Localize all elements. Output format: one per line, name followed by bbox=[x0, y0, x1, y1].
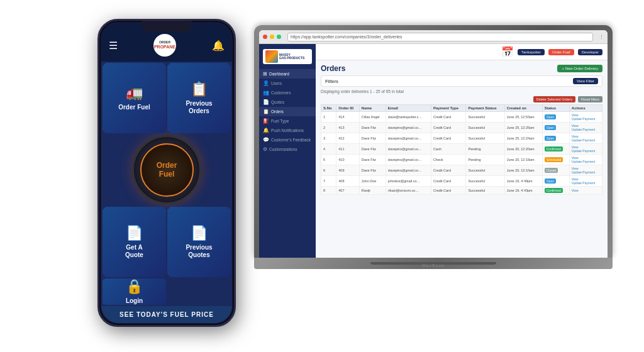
col-email: Email bbox=[386, 105, 431, 112]
sidebar-item-quotes[interactable]: 📄 Quotes bbox=[259, 97, 316, 107]
view-filter-button[interactable]: View Filter bbox=[573, 78, 598, 84]
sidebar-item-orders[interactable]: 📋 Orders bbox=[259, 107, 316, 116]
cell-status: Confirmed bbox=[542, 144, 569, 155]
sidebar-item-dashboard[interactable]: ⊞ Dashboard bbox=[259, 69, 316, 79]
sidebar-item-label: Dashboard bbox=[269, 72, 289, 76]
developer-btn[interactable]: Developer bbox=[578, 49, 602, 55]
cell-email: davepins@gmail.co… bbox=[386, 155, 431, 165]
col-name: Name bbox=[359, 105, 386, 112]
logo-image bbox=[265, 50, 278, 63]
action-link[interactable]: Update Payment bbox=[572, 181, 600, 185]
action-link[interactable]: Update Payment bbox=[572, 128, 600, 131]
cell-name: Ranjit bbox=[359, 187, 386, 195]
app-logo: MASSY GAS PRODUCTS bbox=[263, 49, 312, 64]
col-created: Created on bbox=[504, 105, 542, 112]
center-order-section: Order Fuel bbox=[103, 135, 231, 205]
table-row: 4 411 Dave Fitz davepins@gmail.co… Cash … bbox=[321, 144, 602, 155]
action-link[interactable]: Update Payment bbox=[572, 149, 600, 153]
cell-actions: ViewUpdate Payment bbox=[569, 144, 602, 155]
feedback-icon: 💬 bbox=[263, 137, 269, 143]
app-layout: MASSY GAS PRODUCTS ⊞ Dashboard 👤 Users bbox=[259, 44, 608, 258]
sidebar-item-customizations[interactable]: ⚙ Customizations bbox=[259, 145, 316, 154]
notification-icon: 🔔 bbox=[263, 128, 269, 133]
order-fuel-button[interactable]: 🚛 Order Fuel bbox=[103, 63, 166, 133]
dashboard-icon: ⊞ bbox=[263, 71, 267, 77]
status-badge: Open bbox=[545, 125, 556, 130]
status-badge: Open bbox=[545, 114, 556, 119]
cell-name: Dave Fitz bbox=[359, 155, 386, 165]
minimize-window-dot[interactable] bbox=[270, 35, 274, 39]
phone-notch bbox=[142, 21, 192, 32]
sidebar-item-push-notifications[interactable]: 🔔 Push Notifications bbox=[259, 126, 316, 135]
action-link[interactable]: Update Payment bbox=[572, 170, 600, 174]
order-fuel-circle-inner: Order Fuel bbox=[140, 143, 194, 197]
app-topbar: 📅 Tankspotter Order Fuel Developer bbox=[316, 44, 608, 60]
col-sno: S.No bbox=[321, 105, 336, 112]
tankspotter-btn[interactable]: Tankspotter bbox=[518, 49, 545, 55]
col-payment-type: Payment Type bbox=[431, 105, 466, 112]
cell-email: dave@tankspotter.c… bbox=[386, 112, 431, 123]
cell-created: June 19, 4:49pm bbox=[504, 176, 542, 187]
status-badge: Confirmed bbox=[545, 146, 563, 151]
cell-email: davepins@gmail.co… bbox=[386, 165, 431, 176]
status-badge: Closed bbox=[545, 168, 558, 173]
table-actions: Delete Selected Orders Reset filters bbox=[321, 96, 602, 102]
status-badge: Scheduled bbox=[545, 157, 564, 162]
hamburger-icon[interactable]: ☰ bbox=[109, 40, 118, 52]
sidebar-item-label: Customer's Feedback bbox=[271, 138, 311, 142]
order-fuel-circle-button[interactable]: Order Fuel bbox=[132, 135, 201, 204]
previous-quotes-label: PreviousQuotes bbox=[186, 244, 212, 259]
fuel-price-cta[interactable]: SEE TODAY'S FUEL PRICE bbox=[101, 306, 232, 323]
sidebar-item-label: Fuel Type bbox=[271, 119, 289, 123]
sidebar-item-feedback[interactable]: 💬 Customer's Feedback bbox=[259, 135, 316, 145]
cell-payment-type: Credit Card bbox=[431, 187, 466, 195]
get-quote-button[interactable]: 📄 Get AQuote bbox=[103, 207, 166, 277]
cell-payment-type: Credit Card bbox=[431, 112, 466, 123]
bell-icon[interactable]: 🔔 bbox=[212, 40, 225, 52]
lock-icon: 🔒 bbox=[126, 278, 143, 295]
cell-created: June 20, 12:10am bbox=[504, 165, 542, 176]
cell-actions: ViewUpdate Payment bbox=[569, 123, 602, 133]
browser-menu-icon[interactable]: ⋮ bbox=[599, 35, 604, 40]
table-row: 8 407 Ranjit rikazi@onicom.co… Credit Ca… bbox=[321, 187, 602, 195]
delete-selected-button[interactable]: Delete Selected Orders bbox=[533, 96, 575, 102]
col-actions: Actions bbox=[569, 105, 602, 112]
sidebar-item-fuel-type[interactable]: ⛽ Fuel Type bbox=[259, 116, 316, 126]
cell-payment-status: Successful bbox=[466, 123, 504, 133]
col-order-id: Order ID bbox=[336, 105, 359, 112]
orders-table: S.No Order ID Name Email Payment Type Pa… bbox=[321, 104, 602, 195]
maximize-window-dot[interactable] bbox=[277, 35, 281, 39]
sidebar-item-customers[interactable]: 👥 Customers bbox=[259, 88, 316, 97]
logo-brand: PROPANE bbox=[154, 45, 175, 50]
table-row: 1 414 Cillas Angel dave@tankspotter.c… C… bbox=[321, 112, 602, 123]
cell-payment-status: Pending bbox=[466, 144, 504, 155]
laptop-screen: https://app.tankspotter.com/companies/3/… bbox=[259, 30, 608, 258]
sidebar-item-label: Push Notifications bbox=[271, 128, 304, 133]
action-link[interactable]: Update Payment bbox=[572, 117, 600, 121]
action-link[interactable]: Update Payment bbox=[572, 160, 600, 163]
login-button[interactable]: 🔒 Login bbox=[103, 278, 166, 305]
cell-name: Dave Fitz bbox=[359, 133, 386, 144]
previous-quotes-button[interactable]: 📄 PreviousQuotes bbox=[167, 207, 231, 277]
url-bar[interactable]: https://app.tankspotter.com/companies/3/… bbox=[287, 33, 593, 41]
action-link[interactable]: Update Payment bbox=[572, 138, 600, 142]
close-window-dot[interactable] bbox=[263, 35, 267, 39]
order-fuel-topbar-btn[interactable]: Order Fuel bbox=[548, 49, 574, 55]
reset-filters-button[interactable]: Reset filters bbox=[578, 96, 602, 102]
login-label: Login bbox=[126, 297, 143, 305]
previous-orders-button[interactable]: 📋 PreviousOrders bbox=[167, 63, 231, 133]
cell-email: davepins@gmail.co… bbox=[386, 144, 431, 155]
cell-status: Scheduled bbox=[542, 155, 569, 165]
sidebar-item-label: Orders bbox=[271, 109, 284, 114]
cell-email: johndoe@gmail.co… bbox=[386, 176, 431, 187]
action-link[interactable]: View bbox=[572, 189, 600, 192]
cell-status: Open bbox=[542, 133, 569, 144]
cell-created: June 20, 12:20am bbox=[504, 144, 542, 155]
cell-sno: 7 bbox=[321, 176, 336, 187]
cell-name: Dave Fitz bbox=[359, 123, 386, 133]
cell-payment-type: Check bbox=[431, 155, 466, 165]
cell-payment-type: Cash bbox=[431, 144, 466, 155]
new-order-button[interactable]: + New Order Delivery bbox=[557, 65, 602, 72]
app-sidebar: MASSY GAS PRODUCTS ⊞ Dashboard 👤 Users bbox=[259, 44, 316, 258]
sidebar-item-users[interactable]: 👤 Users bbox=[259, 79, 316, 88]
